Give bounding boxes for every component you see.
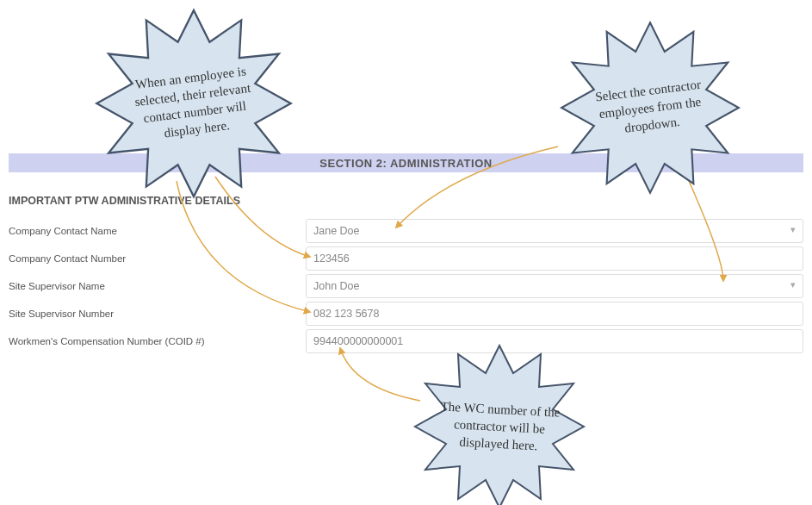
label-coid: Workmen's Compensation Number (COID #) <box>9 336 306 346</box>
callout-contact-number: When an employee is selected, their rele… <box>77 4 310 203</box>
callout-wc-number-text: The WC number of the contractor will be … <box>387 335 611 505</box>
label-company-contact-name: Company Contact Name <box>9 226 306 236</box>
row-company-contact-number: Company Contact Number 123456 <box>9 245 803 272</box>
label-site-supervisor-number: Site Supervisor Number <box>9 309 306 319</box>
callout-contractor-dropdown-text: Select the contractor employees from the… <box>532 5 768 211</box>
site-supervisor-name-select[interactable]: John Doe <box>306 274 803 298</box>
label-site-supervisor-name: Site Supervisor Name <box>9 281 306 291</box>
label-company-contact-number: Company Contact Number <box>9 253 306 264</box>
row-site-supervisor-name: Site Supervisor Name John Doe <box>9 272 803 300</box>
site-supervisor-number-input[interactable]: 082 123 5678 <box>306 302 803 326</box>
callout-wc-number: The WC number of the contractor will be … <box>392 340 607 505</box>
row-site-supervisor-number: Site Supervisor Number 082 123 5678 <box>9 300 803 327</box>
row-company-contact-name: Company Contact Name Jane Doe <box>9 217 803 245</box>
company-contact-name-select[interactable]: Jane Doe <box>306 219 803 243</box>
company-contact-number-value: 123456 <box>313 253 350 265</box>
company-contact-number-input[interactable]: 123456 <box>306 246 803 271</box>
callout-contractor-dropdown: Select the contractor employees from the… <box>542 17 758 198</box>
company-contact-name-value: Jane Doe <box>313 225 360 237</box>
coid-value: 994400000000001 <box>313 335 403 347</box>
form-area: Company Contact Name Jane Doe Company Co… <box>9 217 803 355</box>
site-supervisor-name-value: John Doe <box>313 280 360 292</box>
site-supervisor-number-value: 082 123 5678 <box>313 308 379 320</box>
section-title: SECTION 2: ADMINISTRATION <box>319 157 492 170</box>
callout-contact-number-text: When an employee is selected, their rele… <box>66 0 321 216</box>
